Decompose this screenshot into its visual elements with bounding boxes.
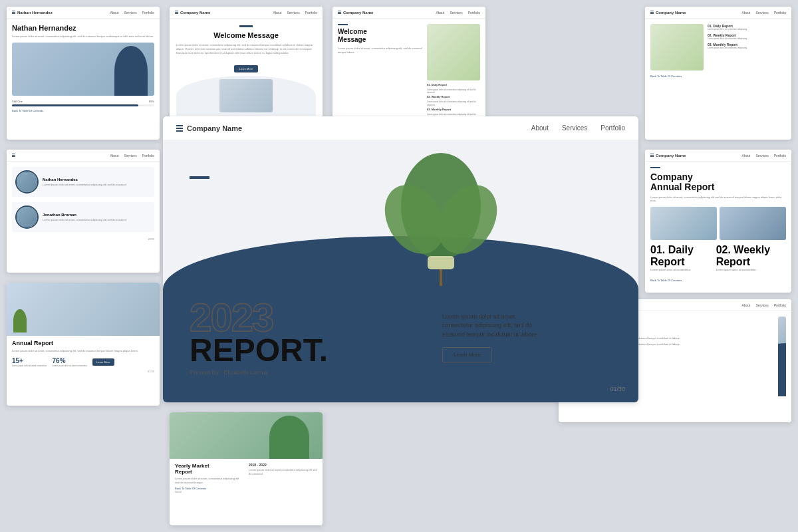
body-text: Lorem ipsum dolor sit amet, consectetur … — [338, 47, 423, 54]
accent-bar — [190, 176, 209, 179]
skill-bar-container: Skill One 89% — [12, 100, 154, 106]
slide-content: Yearly MarketReport Lorem ipsum dolor si… — [170, 459, 323, 497]
plants-decoration — [269, 416, 309, 459]
back-link[interactable]: Back To Table Of Contents — [12, 109, 154, 112]
nav-logo: Nathan Hernandez — [12, 11, 53, 15]
accent-line — [338, 24, 348, 25]
avatar-2 — [15, 205, 39, 229]
company-annual-report-title: CompanyAnnual Report — [650, 172, 786, 193]
nav-links: AboutServicesPortfolio — [741, 303, 786, 307]
body-text: Lorem ipsum dolor sit amet, consectetur … — [650, 196, 786, 203]
right-column: 2018 - 2022 Lorem ipsum dolor sit amet c… — [249, 463, 317, 493]
left-column: Yearly MarketReport Lorem ipsum dolor si… — [175, 463, 243, 493]
nav-logo: Company Name — [175, 11, 210, 15]
plant-image — [427, 24, 480, 80]
office-items — [13, 309, 27, 332]
hand-image — [219, 79, 273, 112]
hero-description: Lorem ipsum dolor sit amet, consectetur … — [442, 313, 549, 363]
presenter-text: Present By : Elizabeth Lemus — [190, 369, 328, 376]
report-item-2: 02. Weekly Report — [427, 95, 480, 98]
slide-company-annual-report: Company Name AboutServicesPortfolio Comp… — [645, 150, 791, 293]
slide-nav: Company Name AboutServicesPortfolio — [645, 150, 791, 162]
date-range: 2018 - 2022 — [249, 463, 317, 467]
plant-decoration — [374, 153, 507, 286]
report-list: 01. Daily Report Lorem ipsum dolor sit c… — [427, 83, 480, 118]
slides-container: Nathan Hernandez About Services Portfoli… — [0, 0, 798, 532]
body-text: Lorem ipsum dolor sit amet, consectetur … — [176, 43, 316, 55]
page-number: 01/30 — [12, 370, 154, 373]
image-2 — [720, 207, 786, 240]
skill-bar-fill — [12, 104, 138, 106]
report-item-1: 01. Daily Report — [427, 83, 480, 86]
report-item-3: 03. Monthly Report — [427, 108, 480, 111]
svg-rect-4 — [428, 256, 454, 269]
nav-logo — [12, 154, 15, 157]
learn-more-button[interactable]: Learn More — [442, 347, 492, 362]
annual-report-title: Annual Report — [12, 340, 154, 346]
report-title: REPORT. — [190, 334, 328, 366]
year-display: 2023 — [190, 298, 328, 338]
curved-decoration — [778, 343, 786, 396]
slide-content: 01. Daily Report Lorem ipsum dolor sit c… — [645, 19, 791, 83]
office-image — [7, 283, 160, 336]
nav-links: About Services Portfolio — [531, 124, 625, 132]
report-item-3: 03. Monthly Report Lorem ipsum dolor sit… — [708, 43, 786, 49]
learn-more-button[interactable]: Learn More — [92, 358, 114, 366]
slide-yearly-market: Yearly MarketReport Lorem ipsum dolor si… — [170, 412, 323, 525]
report-item-2: 02. Weekly Report Lorem ipsum dolor sit … — [708, 33, 786, 40]
description-text: Lorem ipsum dolor sit amet, consectetur … — [442, 313, 549, 340]
stat-1: 15+ Lorem ipsum dolor sit amet consectet… — [12, 357, 47, 367]
slide-reports-list: Company Name AboutServicesPortfolio 01. … — [645, 7, 791, 140]
right-area: 👋 — [778, 317, 786, 396]
hero-area: 2023 REPORT. Present By : Elizabeth Lemu… — [163, 140, 638, 402]
plant-image — [650, 24, 704, 70]
nav-logo: Company Name — [650, 154, 686, 158]
nav-logo: Company Name — [338, 11, 373, 15]
body-text: Lorem ipsum dolor sit amet, consectetur … — [12, 35, 154, 39]
avatar-image-2 — [17, 207, 37, 227]
stats-row: 15+ Lorem ipsum dolor sit amet consectet… — [12, 357, 154, 367]
welcome-title: WelcomeMessage — [338, 28, 423, 44]
slide-nav: AboutServicesPortfolio — [7, 150, 160, 162]
back-link[interactable]: Back To Table Of Contents — [650, 279, 786, 282]
image-1 — [650, 207, 717, 240]
slide-content: Nathan Hernandez Lorem ipsum dolor sit a… — [7, 19, 160, 118]
hero-image — [12, 43, 154, 96]
learn-more-button[interactable]: Learn More — [234, 65, 258, 72]
right-text: Lorem ipsum dolor sit amet consectetur a… — [249, 468, 317, 475]
slide-content: Welcome Message Lorem ipsum dolor sit am… — [170, 19, 323, 122]
body-text: Lorem ipsum dolor sit amet, consectetur … — [175, 477, 243, 484]
member-info-2: Jonathan Broman Lorem ipsum dolor sit am… — [43, 213, 127, 221]
curved-background — [176, 76, 316, 116]
report-item-2: 02. Weekly Report Lorem ipsum dolor sit … — [716, 244, 786, 276]
slide-team-members: AboutServicesPortfolio Nathan Hernandez … — [7, 150, 160, 273]
nav-links: AboutServicesPortfolio — [273, 11, 317, 15]
skill-bar-track — [12, 104, 154, 106]
menu-icon — [12, 11, 15, 14]
accent-line — [239, 25, 253, 27]
top-row: 01. Daily Report Lorem ipsum dolor sit c… — [650, 24, 786, 70]
slide-content: Annual Report Lorem ipsum dolor sit amet… — [7, 336, 160, 377]
page-number: 08/30 — [175, 490, 243, 493]
member-2: Jonathan Broman Lorem ipsum dolor sit am… — [12, 202, 154, 232]
person-name: Nathan Hernandez — [12, 24, 154, 32]
nav-links: AboutServicesPortfolio — [436, 11, 480, 15]
page-number: 10/30 — [12, 237, 154, 241]
body-text: Lorem ipsum dolor sit amet, consectetur … — [12, 349, 154, 353]
right-column: 01. Daily Report Lorem ipsum dolor sit c… — [427, 24, 480, 120]
slide-office-annual: Annual Report Lorem ipsum dolor sit amet… — [7, 283, 160, 406]
plant-svg — [374, 153, 507, 286]
slide-nav: Company Name AboutServicesPortfolio — [170, 7, 323, 19]
back-link[interactable]: Back To Table Of Contents — [650, 74, 786, 78]
menu-icon[interactable] — [176, 125, 183, 132]
nav-logo[interactable]: Company Name — [176, 124, 242, 132]
slide-nav: Nathan Hernandez About Services Portfoli… — [7, 7, 160, 19]
plant-small — [13, 309, 27, 332]
market-image — [170, 412, 323, 459]
report-items: 01. Daily Report Lorem ipsum dolor sit c… — [650, 244, 786, 276]
report-item-1: 01. Daily Report Lorem ipsum dolor sit c… — [708, 24, 786, 31]
market-report-title: Yearly MarketReport — [175, 463, 243, 475]
nav-links: AboutServicesPortfolio — [741, 11, 786, 15]
left-column: WelcomeMessage Lorem ipsum dolor sit ame… — [338, 24, 423, 120]
nav-links: About Services Portfolio — [110, 11, 154, 15]
